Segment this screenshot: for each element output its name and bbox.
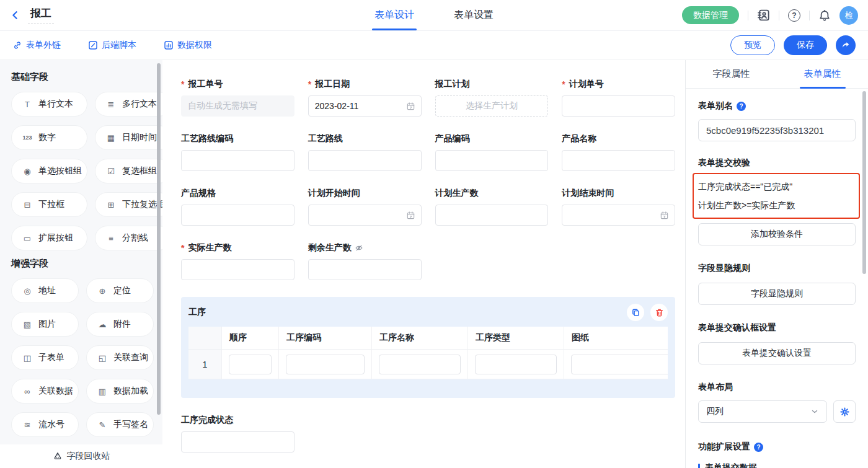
panel-scrollbar[interactable] bbox=[862, 91, 866, 274]
form-alias-input[interactable]: 5cbc0e919f52235f3b313201 bbox=[698, 119, 856, 141]
sidebar-item-image[interactable]: ▧图片 bbox=[11, 312, 79, 337]
field-visibility-button[interactable]: 字段显隐规则 bbox=[698, 283, 856, 305]
field-plan-start-time[interactable]: 计划开始时间 bbox=[308, 188, 422, 226]
process-type-input[interactable] bbox=[475, 355, 557, 374]
process-route-code-input[interactable] bbox=[181, 150, 294, 171]
single-line-text-icon: T bbox=[21, 100, 33, 109]
divider bbox=[809, 11, 810, 20]
multi-line-text-icon: ≣ bbox=[105, 100, 117, 109]
help-question-icon[interactable]: ? bbox=[737, 102, 746, 111]
submit-validation-heading: 表单提交校验 bbox=[698, 157, 856, 169]
copy-subform-button[interactable] bbox=[627, 304, 644, 321]
sidebar-item-data-load[interactable]: ▥数据加载 bbox=[86, 379, 154, 404]
sidebar-item-datetime[interactable]: ▦日期时间 bbox=[95, 125, 162, 150]
form-layout-select[interactable]: 四列 bbox=[698, 400, 827, 423]
report-number-input[interactable]: 自动生成无需填写 bbox=[181, 95, 294, 117]
sidebar-item-serial-number[interactable]: ≋流水号 bbox=[11, 412, 79, 437]
plan-number-input[interactable] bbox=[562, 95, 675, 117]
product-code-input[interactable] bbox=[435, 150, 549, 171]
report-plan-picker[interactable]: 选择生产计划 bbox=[435, 95, 549, 117]
field-plan-number[interactable]: *计划单号 bbox=[562, 79, 675, 117]
add-validation-button[interactable]: 添加校验条件 bbox=[698, 223, 856, 245]
preview-button[interactable]: 预览 bbox=[730, 35, 775, 55]
sidebar-item-multi-select[interactable]: ⊞下拉复选框 bbox=[95, 192, 162, 217]
field-process-status[interactable]: 工序完成状态 bbox=[181, 415, 294, 453]
field-process-route[interactable]: 工艺路线 bbox=[308, 133, 422, 171]
field-product-name[interactable]: 产品名称 bbox=[562, 133, 675, 171]
tab-form-design[interactable]: 表单设计 bbox=[374, 0, 414, 30]
process-route-input[interactable] bbox=[308, 150, 422, 171]
share-button[interactable] bbox=[836, 35, 856, 55]
sidebar-item-subform[interactable]: ◫子表单 bbox=[11, 345, 79, 370]
form-toolbar: 表单外链 后端脚本 数据权限 预览 保存 bbox=[0, 31, 868, 60]
field-report-number[interactable]: *报工单号 自动生成无需填写 bbox=[181, 79, 294, 117]
process-code-input[interactable] bbox=[286, 355, 365, 374]
sidebar-item-checkbox-group[interactable]: ☑复选框组 bbox=[95, 159, 162, 183]
report-date-input[interactable]: 2023-02-11 bbox=[308, 95, 422, 117]
seq-input[interactable] bbox=[229, 355, 272, 374]
notification-bell-icon[interactable] bbox=[818, 9, 831, 22]
field-product-code[interactable]: 产品编码 bbox=[435, 133, 549, 171]
section-title-enhanced-fields: 增强字段 bbox=[11, 258, 151, 270]
help-question-icon[interactable]: ? bbox=[754, 443, 763, 452]
sidebar-item-divider[interactable]: ≡分割线 bbox=[95, 226, 162, 250]
calendar-icon bbox=[406, 211, 415, 220]
product-name-input[interactable] bbox=[562, 150, 675, 171]
share-icon bbox=[841, 40, 851, 50]
row-index: 1 bbox=[188, 350, 222, 379]
sidebar-item-multi-line-text[interactable]: ≣多行文本 bbox=[95, 92, 162, 117]
sidebar-item-linked-data[interactable]: ∞关联数据 bbox=[11, 379, 79, 404]
section-title-basic-fields: 基础字段 bbox=[11, 71, 151, 83]
sidebar-item-single-line-text[interactable]: T单行文本 bbox=[11, 92, 87, 117]
sidebar-item-radio-group[interactable]: ◉单选按钮组 bbox=[11, 159, 87, 183]
data-permission-link[interactable]: 数据权限 bbox=[164, 40, 212, 51]
field-plan-end-time[interactable]: 计划结束时间 bbox=[562, 188, 675, 226]
process-status-input[interactable] bbox=[181, 431, 294, 453]
tab-field-properties[interactable]: 字段属性 bbox=[686, 60, 777, 88]
plan-end-time-input[interactable] bbox=[562, 205, 675, 226]
address-icon: ◎ bbox=[21, 286, 33, 296]
submit-confirm-button[interactable]: 表单提交确认设置 bbox=[698, 342, 856, 364]
actual-qty-input[interactable] bbox=[181, 259, 294, 280]
layout-settings-button[interactable] bbox=[833, 400, 856, 423]
field-report-plan[interactable]: 报工计划 选择生产计划 bbox=[435, 79, 549, 117]
back-icon[interactable] bbox=[10, 10, 20, 20]
remaining-qty-input[interactable] bbox=[308, 259, 422, 280]
delete-subform-button[interactable] bbox=[650, 304, 668, 321]
sidebar-item-address[interactable]: ◎地址 bbox=[11, 278, 79, 303]
product-spec-input[interactable] bbox=[181, 205, 294, 226]
plan-start-time-input[interactable] bbox=[308, 205, 422, 226]
contacts-icon[interactable] bbox=[757, 9, 770, 22]
validation-rule[interactable]: 工序完成状态=="已完成" bbox=[698, 177, 856, 196]
field-remaining-qty[interactable]: 剩余生产数 bbox=[308, 242, 422, 280]
drawing-input[interactable] bbox=[571, 355, 668, 374]
sidebar-item-signature[interactable]: ✎手写签名 bbox=[86, 412, 154, 437]
sidebar-item-attachment[interactable]: ☁附件 bbox=[86, 312, 154, 337]
page-title[interactable]: 报工 bbox=[28, 6, 54, 24]
process-name-input[interactable] bbox=[379, 355, 461, 374]
field-plan-qty[interactable]: 计划生产数 bbox=[435, 188, 549, 226]
sidebar-item-select[interactable]: ⊟下拉框 bbox=[11, 192, 87, 217]
field-product-spec[interactable]: 产品规格 bbox=[181, 188, 294, 226]
sidebar-scrollbar[interactable] bbox=[157, 63, 161, 415]
form-external-link[interactable]: 表单外链 bbox=[12, 40, 61, 51]
help-icon[interactable]: ? bbox=[788, 9, 800, 22]
subform-process[interactable]: 工序 顺序 工序编码 工序名称 工序类型 图纸 bbox=[181, 297, 675, 398]
tab-form-settings[interactable]: 表单设置 bbox=[454, 0, 494, 30]
data-manage-button[interactable]: 数据管理 bbox=[682, 6, 739, 24]
validation-rule[interactable]: 计划生产数>=实际生产数 bbox=[698, 196, 856, 214]
field-actual-qty[interactable]: *实际生产数 bbox=[181, 242, 294, 280]
subform-title: 工序 bbox=[188, 307, 206, 318]
field-process-route-code[interactable]: 工艺路线编码 bbox=[181, 133, 294, 171]
sidebar-item-extend-button[interactable]: ▭扩展按钮 bbox=[11, 226, 87, 250]
plan-qty-input[interactable] bbox=[435, 205, 549, 226]
field-recycle-bin[interactable]: 字段回收站 bbox=[0, 444, 162, 468]
save-button[interactable]: 保存 bbox=[784, 35, 827, 55]
backend-script-link[interactable]: 后端脚本 bbox=[88, 40, 136, 51]
tab-form-properties[interactable]: 表单属性 bbox=[777, 60, 868, 88]
sidebar-item-number[interactable]: 123数字 bbox=[11, 125, 87, 150]
sidebar-item-location[interactable]: ⊕定位 bbox=[86, 278, 154, 303]
sidebar-item-lookup-query[interactable]: ◱关联查询 bbox=[86, 345, 154, 370]
field-report-date[interactable]: *报工日期 2023-02-11 bbox=[308, 79, 422, 117]
user-avatar[interactable]: 检 bbox=[839, 6, 858, 25]
